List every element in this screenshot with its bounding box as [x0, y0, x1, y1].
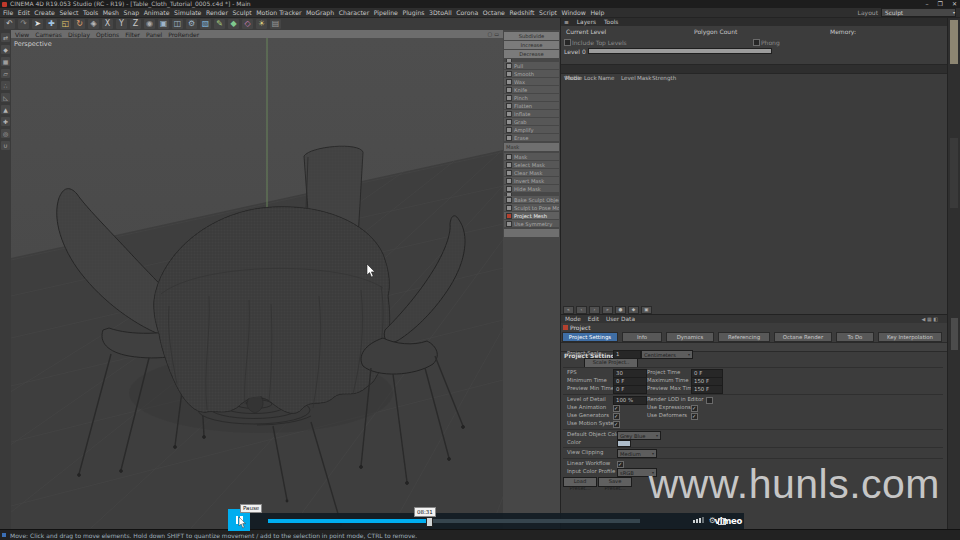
am-menu-userdata[interactable]: User Data	[606, 316, 635, 322]
menu-item[interactable]: Help	[590, 9, 604, 16]
use-deformers-checkbox[interactable]	[691, 413, 698, 420]
menu-item[interactable]: Pipeline	[374, 9, 398, 16]
toolbar-icon[interactable]: Z	[130, 19, 141, 29]
viewport-menu-item[interactable]: Options	[96, 31, 119, 38]
sculpt-palette-item[interactable]: Knife	[504, 86, 559, 93]
mode-tool-icon[interactable]: ∪	[1, 141, 10, 150]
menu-item[interactable]: MoGraph	[306, 9, 334, 16]
mode-tool-icon[interactable]: ◆	[1, 45, 10, 54]
menu-item[interactable]: Mesh	[103, 9, 119, 16]
view-clipping-dropdown[interactable]: Medium▾	[617, 449, 657, 458]
use-animation-checkbox[interactable]	[613, 405, 620, 412]
scrollbar-thumb[interactable]	[951, 318, 958, 350]
sculpt-palette-item[interactable]	[504, 229, 559, 237]
toolbar-icon[interactable]: ✚	[46, 19, 57, 29]
menu-item[interactable]: Tools	[83, 9, 98, 16]
sculpt-palette-item[interactable]: Amplify	[504, 126, 559, 133]
sculpt-palette-item[interactable]: Pull	[504, 62, 559, 69]
toolbar-icon[interactable]: ➤	[32, 19, 43, 29]
col-lock[interactable]: Lock	[584, 75, 597, 81]
am-tab[interactable]: Dynamics	[666, 332, 714, 342]
am-menu-edit[interactable]: Edit	[588, 316, 599, 322]
use-generators-checkbox[interactable]	[613, 413, 620, 420]
project-scale-unit-dropdown[interactable]: Centimeters▾	[641, 350, 693, 359]
sculpt-palette-item[interactable]: Subdivide	[504, 32, 559, 40]
sculpt-palette-item[interactable]: Hide Mask	[504, 185, 559, 192]
preview-min-time-input[interactable]: 0 F	[613, 385, 647, 394]
am-tab[interactable]: Referencing	[718, 332, 770, 342]
col-name[interactable]: Name	[598, 75, 615, 81]
viewport-menu-item[interactable]: Filter	[125, 31, 140, 38]
tab-tools[interactable]: Tools	[604, 19, 618, 25]
sculpt-palette-item[interactable]: Use Symmetry	[504, 220, 559, 227]
am-tab[interactable]: Project Settings	[562, 332, 618, 342]
close-button[interactable]: ✕	[952, 0, 957, 8]
viewport-menu-item[interactable]: Display	[68, 31, 90, 38]
linear-workflow-checkbox[interactable]	[617, 461, 624, 468]
am-tab[interactable]: Info	[622, 332, 662, 342]
menu-item[interactable]: Select	[59, 9, 78, 16]
restore-button[interactable]: ❐	[938, 0, 943, 8]
use-motion-system-checkbox[interactable]	[613, 421, 620, 428]
use-expressions-checkbox[interactable]	[691, 405, 698, 412]
layout-dropdown[interactable]: Sculpt ▾	[881, 8, 956, 17]
toolbar-icon[interactable]: ▧	[200, 19, 211, 29]
mode-tool-icon[interactable]: ▲	[1, 105, 10, 114]
level-slider[interactable]	[588, 48, 772, 54]
preview-max-time-input[interactable]: 150 F	[691, 385, 723, 394]
toolbar-icon[interactable]: ◱	[60, 19, 71, 29]
toolbar-icon[interactable]: ▤	[270, 19, 281, 29]
volume-icon[interactable]	[693, 517, 704, 523]
menu-item[interactable]: Create	[34, 9, 55, 16]
sculpt-palette-item[interactable]: Bake Sculpt Objects	[504, 196, 559, 203]
toolbar-icon[interactable]: ↻	[74, 19, 85, 29]
minimize-button[interactable]: –	[926, 0, 929, 8]
toolbar-icon[interactable]: ⚙	[186, 19, 197, 29]
timeline-button[interactable]: »	[602, 306, 613, 314]
viewport-perspective[interactable]: ViewCamerasDisplayOptionsFilterPanelProR…	[11, 30, 503, 529]
am-tab[interactable]: Key Interpolation	[878, 332, 942, 342]
am-tab[interactable]: To Do	[836, 332, 874, 342]
sculpt-palette-item[interactable]: Erase	[504, 134, 559, 141]
vertical-dock-tab[interactable]	[950, 20, 958, 64]
sculpt-palette-item[interactable]: Inflate	[504, 110, 559, 117]
sculpt-palette-item[interactable]: Grab	[504, 118, 559, 125]
toolbar-icon[interactable]: ▣	[158, 19, 169, 29]
include-top-levels-checkbox[interactable]	[564, 39, 571, 46]
progress-handle[interactable]	[426, 517, 433, 527]
sculpt-palette-item[interactable]: Flatten	[504, 102, 559, 109]
sculpt-palette-item[interactable]: Mask	[504, 153, 559, 160]
mode-tool-icon[interactable]: ▱	[1, 69, 10, 78]
sculpt-palette-item[interactable]: Sculpt to Pose Morph	[504, 204, 559, 211]
menu-item[interactable]: Character	[339, 9, 370, 16]
sculpt-palette-item[interactable]: Select Mask	[504, 161, 559, 168]
timeline-button[interactable]: ‹	[576, 306, 587, 314]
col-strength[interactable]: Strength	[652, 75, 676, 81]
menu-item[interactable]: Snap	[124, 9, 140, 16]
toolbar-icon[interactable]: ◉	[144, 19, 155, 29]
sculpt-palette-item[interactable]: Increase	[504, 41, 559, 49]
tab-layers[interactable]: Layers	[577, 19, 596, 25]
sculpt-palette-item[interactable]: Wax	[504, 78, 559, 85]
mode-tool-icon[interactable]: ∴	[1, 81, 10, 90]
toolbar-icon[interactable]: ✎	[214, 19, 225, 29]
mode-tool-icon[interactable]: ▦	[1, 57, 10, 66]
toolbar-icon[interactable]: X	[102, 19, 113, 29]
am-menu-mode[interactable]: Mode	[565, 316, 581, 322]
col-mask[interactable]: Mask	[637, 75, 651, 81]
timeline-button[interactable]: «	[563, 306, 574, 314]
vimeo-logo[interactable]: vimeo	[715, 516, 742, 526]
menu-item[interactable]: Corona	[456, 9, 478, 16]
menu-item[interactable]: Octane	[483, 9, 505, 16]
vertical-dock-tab-2[interactable]	[950, 138, 958, 208]
viewport-corner-icons[interactable]: ▢▭	[488, 31, 501, 37]
col-level[interactable]: Level	[621, 75, 636, 81]
mode-tool-icon[interactable]: ◺	[1, 93, 10, 102]
mode-tool-icon[interactable]: ✚	[1, 117, 10, 126]
sculpt-palette-item[interactable]: Project Mesh	[504, 212, 559, 219]
timeline-button[interactable]: ●	[615, 306, 626, 314]
load-preset-button[interactable]: Load Preset...	[563, 477, 597, 487]
menu-item[interactable]: Sculpt	[232, 9, 251, 16]
toolbar-icon[interactable]: ◆	[228, 19, 239, 29]
menu-item[interactable]: Simulate	[174, 9, 201, 16]
